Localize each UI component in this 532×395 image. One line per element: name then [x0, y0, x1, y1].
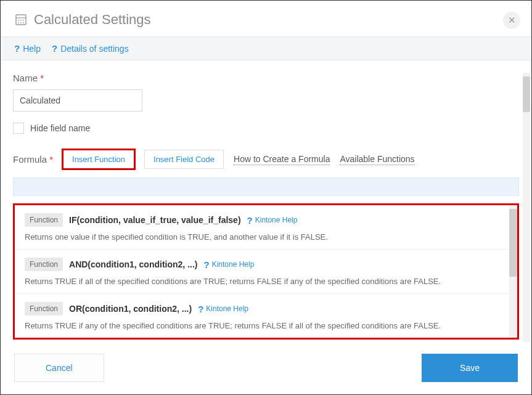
help-icon: ?	[14, 43, 20, 54]
function-signature: IF(condition, value_if_true, value_if_fa…	[69, 215, 241, 225]
how-to-create-link[interactable]: How to Create a Formula	[234, 154, 330, 165]
function-description: Returns one value if the specified condi…	[25, 232, 499, 242]
hide-field-checkbox[interactable]	[13, 123, 24, 134]
help-icon: ?	[52, 43, 57, 54]
function-item[interactable]: Function OR(condition1, condition2, ...)…	[15, 294, 509, 338]
function-description: Returns TRUE if all of the specified con…	[25, 277, 499, 286]
available-functions-link[interactable]: Available Functions	[340, 154, 414, 165]
help-label: Help	[23, 44, 41, 54]
kintone-help-link[interactable]: ? Kintone Help	[198, 304, 248, 314]
cancel-button[interactable]: Cancel	[14, 354, 104, 382]
function-list-scrollbar[interactable]	[509, 205, 517, 338]
help-link[interactable]: ? Help	[14, 43, 41, 54]
svg-point-2	[18, 20, 19, 21]
close-button[interactable]: ✕	[503, 12, 520, 29]
required-marker: *	[49, 154, 53, 165]
formula-row: Formula * Insert Function Insert Field C…	[13, 150, 519, 169]
insert-field-code-button[interactable]: Insert Field Code	[144, 150, 224, 169]
details-label: Details of settings	[60, 44, 129, 54]
function-item[interactable]: Function IF(condition, value_if_true, va…	[15, 205, 509, 250]
svg-point-7	[23, 22, 24, 23]
function-description: Returns TRUE if any of the specified con…	[25, 321, 499, 330]
function-item[interactable]: Function AND(condition1, condition2, ...…	[15, 250, 509, 294]
hide-field-row: Hide field name	[13, 123, 519, 134]
name-input[interactable]	[13, 89, 142, 112]
main-scrollbar[interactable]	[523, 73, 530, 356]
dialog-footer: Cancel Save	[1, 342, 531, 394]
name-label: Name *	[13, 73, 519, 83]
svg-point-6	[20, 22, 22, 23]
calculator-icon	[14, 13, 28, 26]
dialog-title: Calculated Settings	[34, 12, 151, 28]
close-icon: ✕	[508, 15, 516, 26]
svg-point-5	[18, 22, 19, 23]
help-toolbar: ? Help ? Details of settings	[1, 36, 531, 60]
kintone-help-link[interactable]: ? Kintone Help	[247, 215, 298, 226]
formula-input[interactable]	[13, 177, 519, 196]
help-icon: ?	[198, 304, 203, 314]
main-scrollbar-thumb[interactable]	[523, 76, 530, 112]
help-icon: ?	[247, 215, 253, 226]
function-badge: Function	[25, 258, 63, 271]
function-signature: OR(condition1, condition2, ...)	[69, 304, 192, 314]
function-badge: Function	[25, 302, 63, 316]
content-area: Name * Hide field name Formula * Insert …	[1, 73, 531, 356]
svg-point-3	[20, 20, 22, 21]
function-badge: Function	[25, 213, 63, 227]
formula-label: Formula *	[13, 154, 53, 165]
function-list-panel: Function IF(condition, value_if_true, va…	[13, 203, 519, 340]
dialog-header: Calculated Settings	[1, 1, 531, 36]
details-link[interactable]: ? Details of settings	[52, 43, 129, 54]
required-marker: *	[40, 73, 44, 83]
kintone-help-link[interactable]: ? Kintone Help	[203, 259, 254, 270]
hide-field-label: Hide field name	[30, 123, 90, 133]
help-icon: ?	[203, 259, 209, 270]
function-signature: AND(condition1, condition2, ...)	[69, 259, 197, 269]
svg-point-4	[23, 20, 24, 21]
function-list-scrollbar-thumb[interactable]	[509, 209, 517, 277]
save-button[interactable]: Save	[422, 354, 518, 382]
insert-function-button[interactable]: Insert Function	[63, 150, 134, 169]
